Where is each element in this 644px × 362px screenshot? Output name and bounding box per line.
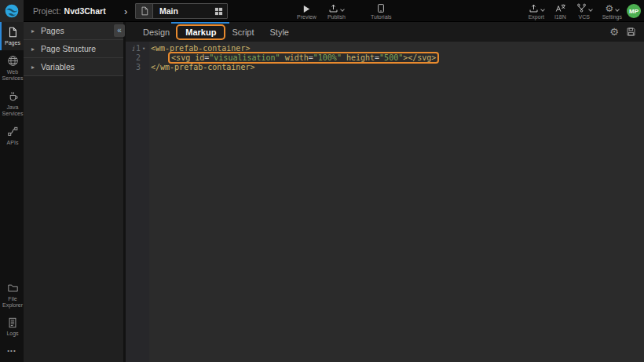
branch-icon — [576, 3, 587, 13]
line-gutter: 2 — [126, 53, 149, 63]
code-line[interactable]: 2 <svg id="visualisation" width="100%" h… — [126, 53, 644, 63]
save-icon[interactable] — [626, 27, 636, 37]
line-gutter: 3 — [126, 63, 149, 72]
rail-item-pages[interactable]: Pages — [0, 22, 24, 50]
preview-button[interactable]: Preview — [297, 0, 317, 22]
chevron-down-icon — [615, 7, 620, 12]
line-number: 3 — [136, 63, 141, 72]
more-options-button[interactable]: ••• — [0, 341, 24, 362]
coffee-cup-icon — [7, 90, 19, 102]
code-token: height — [346, 53, 375, 62]
code-token: "100%" — [313, 53, 342, 62]
code-token: id — [195, 53, 204, 62]
tab-markup[interactable]: Markup — [177, 26, 224, 38]
tutorials-button[interactable]: Tutorials — [371, 0, 392, 22]
panel-section-page-structure[interactable]: ▸ Page Structure — [24, 40, 123, 58]
play-icon — [302, 3, 311, 13]
annotation-highlight-box: <svg id="visualisation" width="100%" hei… — [170, 53, 437, 62]
rail-spacer — [0, 150, 24, 278]
code-content: <svg id="visualisation" width="100%" hei… — [149, 53, 437, 63]
tutorials-icon — [376, 3, 386, 13]
publish-button[interactable]: Publish — [327, 0, 346, 22]
rail-item-file-explorer[interactable]: File Explorer — [0, 278, 24, 313]
app-logo[interactable] — [0, 0, 24, 22]
chevron-down-icon — [341, 7, 346, 12]
chevron-down-icon — [588, 7, 593, 12]
editor-tab-bar: Design Markup Script Style ⚙ — [126, 22, 644, 42]
top-bar: Project: Nvd3Chart › Main — [0, 0, 644, 22]
panel-section-pages[interactable]: ▸ Pages — [24, 22, 123, 40]
code-content: </wm-prefab-container> — [149, 63, 254, 72]
chevron-down-icon — [540, 7, 545, 12]
project-label: Project: — [33, 6, 61, 16]
line-gutter: i1▾ — [126, 44, 149, 53]
line-number: 2 — [136, 53, 141, 63]
code-editor[interactable]: i1▾<wm-prefab-container>2 <svg id="visua… — [126, 42, 644, 362]
page-tab-main[interactable]: Main — [135, 3, 228, 19]
folder-icon — [7, 283, 19, 294]
panel-collapse-button[interactable]: « — [114, 24, 125, 37]
panel-section-variables[interactable]: ▸ Variables — [24, 58, 123, 76]
code-content: <wm-prefab-container> — [149, 44, 250, 53]
rail-item-logs[interactable]: Logs — [0, 313, 24, 341]
project-name: Nvd3Chart — [64, 6, 106, 16]
editor-area: Design Markup Script Style ⚙ i1▾< — [126, 22, 644, 362]
code-token: "visualisation" — [209, 53, 280, 62]
chevron-right-icon: › — [124, 0, 127, 22]
fold-arrow-icon[interactable]: ▾ — [141, 44, 147, 53]
i18n-button[interactable]: I18N — [554, 0, 566, 22]
code-token: "500" — [379, 53, 403, 62]
rail-item-apis[interactable]: APIs — [0, 121, 24, 150]
expand-arrow-icon: ▸ — [31, 27, 35, 35]
expand-arrow-icon: ▸ — [31, 46, 35, 53]
left-icon-rail: Pages Web Services — [0, 22, 24, 362]
grid-icon[interactable] — [214, 7, 223, 16]
code-token: width — [285, 53, 309, 62]
connector-icon — [7, 126, 19, 137]
translate-icon — [555, 3, 565, 13]
vcs-button[interactable]: VCS — [576, 0, 592, 22]
globe-icon — [7, 55, 19, 67]
export-button[interactable]: Export — [529, 0, 544, 22]
tab-style[interactable]: Style — [262, 26, 297, 38]
gutter-info-marker: i — [132, 44, 134, 53]
app-window: Project: Nvd3Chart › Main — [0, 0, 644, 362]
code-line[interactable]: i1▾<wm-prefab-container> — [126, 44, 644, 53]
code-lines: i1▾<wm-prefab-container>2 <svg id="visua… — [126, 44, 644, 72]
logs-icon — [7, 317, 18, 328]
active-tab-indicator — [171, 22, 229, 24]
page-file-icon — [136, 4, 153, 18]
tab-script[interactable]: Script — [224, 26, 262, 38]
expand-arrow-icon: ▸ — [31, 64, 35, 71]
code-token: </wm-prefab-container> — [151, 63, 254, 71]
export-icon — [529, 3, 539, 13]
code-token: <svg — [171, 53, 190, 62]
wavemaker-logo-icon — [4, 3, 20, 19]
user-avatar[interactable]: MP — [627, 4, 641, 18]
gear-icon: ⚙ — [605, 4, 613, 13]
rail-item-web-services[interactable]: Web Services — [0, 50, 24, 86]
tab-design[interactable]: Design — [135, 26, 177, 38]
code-token: <wm-prefab-container> — [151, 44, 250, 53]
pages-icon — [7, 27, 18, 38]
code-token: ></svg> — [403, 53, 436, 62]
left-panel: « ▸ Pages ▸ Page Structure ▸ Variables — [24, 22, 126, 362]
rail-item-java-services[interactable]: Java Services — [0, 86, 24, 121]
settings-button[interactable]: ⚙ Settings — [602, 0, 622, 22]
page-tab-label: Main — [159, 6, 214, 16]
code-line[interactable]: 3</wm-prefab-container> — [126, 63, 644, 72]
editor-settings-gear-icon[interactable]: ⚙ — [609, 27, 619, 37]
upload-icon — [328, 3, 338, 13]
